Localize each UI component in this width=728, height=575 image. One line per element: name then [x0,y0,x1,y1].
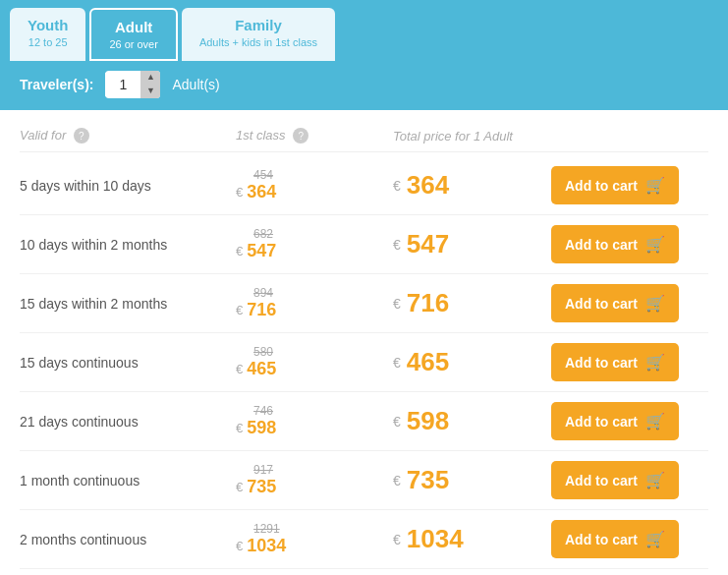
table-row: 15 days continuous 580 € 465 € 465 Add t… [20,333,708,392]
tab-label-youth: Youth [28,16,68,35]
help-icon-valid-for[interactable]: ? [74,128,89,144]
price-col: 746 € 598 [236,404,393,438]
valid-for-cell: 15 days continuous [20,355,236,371]
total-euro-symbol: € [393,473,401,489]
add-to-cart-button[interactable]: Add to cart 🛒 [551,520,679,558]
traveler-type: Adult(s) [172,77,219,92]
action-col: Add to cart 🛒 [551,520,708,558]
total-price: 735 [407,465,449,495]
add-to-cart-label: Add to cart [565,178,638,194]
valid-for-cell: 15 days within 2 months [20,296,236,312]
table-rows: 5 days within 10 days 454 € 364 € 364 Ad… [20,156,708,575]
price-col: 917 € 735 [236,463,393,497]
traveler-count-input[interactable] [105,73,140,96]
euro-symbol-gray: € [236,539,243,553]
total-price: 1034 [407,524,464,554]
traveler-input-wrap: ▲ ▼ [105,71,160,98]
valid-for-cell: 21 days continuous [20,414,236,430]
tab-adult[interactable]: Adult26 or over [89,8,178,61]
add-to-cart-button[interactable]: Add to cart 🛒 [551,166,679,204]
euro-symbol-gray: € [236,421,243,435]
total-euro-symbol: € [393,532,401,547]
add-to-cart-label: Add to cart [565,473,638,489]
current-price: 364 [247,182,276,202]
total-price: 547 [407,229,449,259]
total-col: € 735 [393,465,551,495]
spinner-up-button[interactable]: ▲ [140,71,160,85]
price-col: 454 € 364 [236,168,393,202]
total-price: 364 [407,170,449,201]
valid-for-cell: 2 months continuous [20,532,236,547]
price-current-wrap: € 547 [236,241,276,261]
cart-icon: 🛒 [645,530,665,548]
price-current-wrap: € 716 [236,300,276,320]
current-price: 598 [247,418,276,438]
action-col: Add to cart 🛒 [551,402,708,440]
tab-label-adult: Adult [109,18,158,37]
total-price: 716 [407,288,449,318]
add-to-cart-label: Add to cart [565,237,638,253]
total-euro-symbol: € [393,296,401,312]
total-euro-symbol: € [393,178,401,194]
total-euro-symbol: € [393,237,401,253]
euro-symbol-gray: € [236,362,243,376]
original-price: 917 [253,463,273,477]
valid-for-cell: 5 days within 10 days [20,178,236,194]
valid-for-cell: 10 days within 2 months [20,237,236,253]
action-col: Add to cart 🛒 [551,461,708,499]
add-to-cart-button[interactable]: Add to cart 🛒 [551,284,679,322]
original-price: 1291 [253,522,280,536]
tab-sub-adult: 26 or over [109,37,158,51]
traveler-bar: Traveler(s): ▲ ▼ Adult(s) [0,61,728,110]
header-first-class: 1st class ? [236,128,393,144]
cart-icon: 🛒 [645,471,665,489]
total-col: € 1034 [393,524,551,554]
price-current-wrap: € 465 [236,359,276,379]
add-to-cart-button[interactable]: Add to cart 🛒 [551,461,679,499]
tab-sub-family: Adults + kids in 1st class [199,35,317,49]
price-col: 1291 € 1034 [236,522,393,556]
cart-icon: 🛒 [645,294,665,313]
add-to-cart-button[interactable]: Add to cart 🛒 [551,225,679,263]
add-to-cart-button[interactable]: Add to cart 🛒 [551,343,679,381]
table-area: Valid for ? 1st class ? Total price for … [0,110,728,575]
table-row: 10 days within 2 months 682 € 547 € 547 … [20,215,708,274]
add-to-cart-label: Add to cart [565,532,638,547]
total-euro-symbol: € [393,414,401,430]
add-to-cart-button[interactable]: Add to cart 🛒 [551,402,679,440]
original-price: 746 [253,404,273,418]
tab-family[interactable]: FamilyAdults + kids in 1st class [182,8,335,61]
header-total-price: Total price for 1 Adult [393,129,551,144]
tab-sub-youth: 12 to 25 [28,35,68,49]
price-current-wrap: € 1034 [236,536,286,556]
table-row: 2 months continuous 1291 € 1034 € 1034 A… [20,510,708,569]
original-price: 894 [253,286,273,300]
table-row: 21 days continuous 746 € 598 € 598 Add t… [20,392,708,451]
current-price: 465 [247,359,276,379]
table-row: 3 months continuous 1592 € 1275 € 1275 A… [20,569,708,575]
add-to-cart-label: Add to cart [565,414,638,430]
action-col: Add to cart 🛒 [551,225,708,263]
total-col: € 465 [393,347,551,377]
tab-label-family: Family [199,16,317,35]
total-euro-symbol: € [393,355,401,371]
table-row: 15 days within 2 months 894 € 716 € 716 … [20,274,708,333]
price-current-wrap: € 364 [236,182,276,202]
total-col: € 716 [393,288,551,318]
price-current-wrap: € 598 [236,418,276,438]
total-price: 465 [407,347,449,377]
spinner-down-button[interactable]: ▼ [140,85,160,98]
tab-youth[interactable]: Youth12 to 25 [10,8,85,61]
cart-icon: 🛒 [645,235,665,254]
add-to-cart-label: Add to cart [565,355,638,371]
price-col: 894 € 716 [236,286,393,320]
original-price: 682 [253,227,273,241]
price-col: 682 € 547 [236,227,393,261]
total-col: € 598 [393,406,551,436]
valid-for-cell: 1 month continuous [20,473,236,489]
help-icon-first-class[interactable]: ? [293,128,308,144]
cart-icon: 🛒 [645,412,665,431]
action-col: Add to cart 🛒 [551,166,708,204]
action-col: Add to cart 🛒 [551,343,708,381]
action-col: Add to cart 🛒 [551,284,708,322]
